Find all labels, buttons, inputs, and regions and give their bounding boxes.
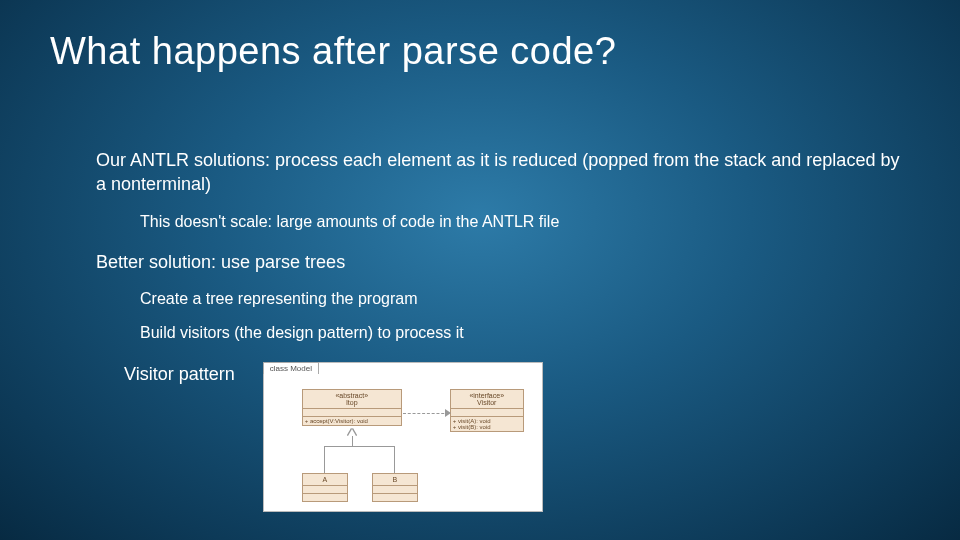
uml-gen-line <box>394 446 395 473</box>
uml-class-b: B <box>372 473 418 502</box>
bullet-item: Our ANTLR solutions: process each elemen… <box>72 148 910 197</box>
diamond-icon <box>72 255 82 265</box>
uml-dependency-line <box>403 413 449 414</box>
uml-gen-line <box>324 446 395 447</box>
uml-diagram: class Model «abstract»Itop + accept(V:Vi… <box>263 362 543 512</box>
bullet-text: Visitor pattern <box>124 362 235 386</box>
bullet-item: Create a tree representing the program <box>72 288 910 310</box>
bullet-text: Better solution: use parse trees <box>96 250 345 274</box>
bullet-text: This doesn't scale: large amounts of cod… <box>140 211 559 233</box>
uml-class-itop: «abstract»Itop + accept(V:Visitor): void <box>302 389 402 426</box>
bullet-text: Create a tree representing the program <box>140 288 417 310</box>
diamond-icon <box>120 216 128 224</box>
uml-generalization-icon <box>348 429 356 436</box>
bullet-text: Build visitors (the design pattern) to p… <box>140 322 464 344</box>
bullet-item: Visitor pattern class Model «abstract»It… <box>72 362 910 512</box>
diamond-icon <box>120 327 128 335</box>
slide-title: What happens after parse code? <box>50 30 910 73</box>
diamond-icon <box>72 367 82 377</box>
bullet-text: Our ANTLR solutions: process each elemen… <box>96 148 910 197</box>
uml-gen-line <box>352 436 353 447</box>
uml-class-visitor: «interface»Visitor + visit(A): void+ vis… <box>450 389 524 432</box>
bullet-item: Better solution: use parse trees <box>72 250 910 274</box>
slide-body: Our ANTLR solutions: process each elemen… <box>50 148 910 512</box>
uml-gen-line <box>324 446 325 473</box>
diamond-icon <box>72 153 82 163</box>
uml-class-a: A <box>302 473 348 502</box>
bullet-item: This doesn't scale: large amounts of cod… <box>72 211 910 233</box>
bullet-item: Build visitors (the design pattern) to p… <box>72 322 910 344</box>
diamond-icon <box>120 293 128 301</box>
uml-tab-label: class Model <box>263 362 319 374</box>
uml-arrow-icon <box>445 409 451 417</box>
